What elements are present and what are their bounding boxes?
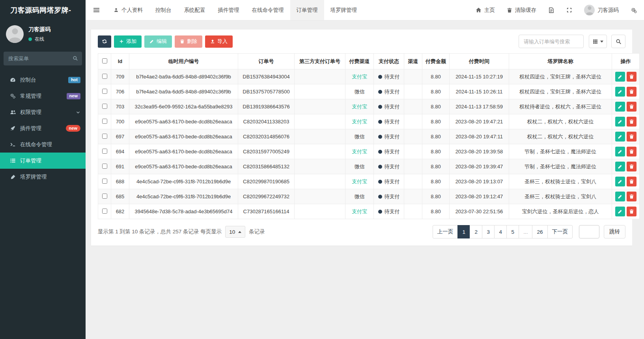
sidebar-item-2[interactable]: 权限管理: [0, 104, 86, 120]
cell-channel: [404, 189, 422, 204]
row-edit-button[interactable]: [615, 117, 625, 127]
pencil-icon: [618, 179, 623, 184]
row-checkbox[interactable]: [102, 134, 107, 139]
row-checkbox[interactable]: [102, 149, 107, 154]
cell-id: 685: [111, 189, 129, 204]
page-1-link[interactable]: 1: [457, 225, 470, 238]
row-checkbox[interactable]: [102, 179, 107, 184]
row-edit-button[interactable]: [615, 102, 625, 112]
row-edit-button[interactable]: [615, 177, 625, 186]
search-button[interactable]: [611, 35, 625, 48]
sidebar-item-5[interactable]: 订单管理: [0, 153, 86, 169]
nav-tab-3[interactable]: 插件管理: [212, 0, 246, 20]
page-size-select[interactable]: 10: [225, 226, 245, 238]
row-delete-button[interactable]: [627, 207, 637, 216]
sidebar-item-4[interactable]: 在线命令管理: [0, 136, 86, 153]
import-button[interactable]: 导入: [205, 35, 233, 48]
trash-icon: [180, 39, 185, 44]
chevron-down-icon: [76, 110, 80, 115]
sidebar-item-label: 插件管理: [20, 125, 41, 132]
column-header: 第三方支付订单号: [295, 54, 345, 69]
column-header: 付费渠道: [345, 54, 374, 69]
row-checkbox[interactable]: [102, 194, 107, 199]
cell-temp-user-no: e9ce0575-aa63-6170-bede-dcd8b26eaaca: [129, 159, 238, 174]
clear-cache-button[interactable]: 清除缓存: [507, 7, 536, 14]
row-edit-button[interactable]: [615, 162, 625, 171]
cell-actions: [612, 69, 640, 84]
page-2-link[interactable]: 2: [470, 225, 482, 238]
navbar-right: 主页 清除缓存 刀客源码: [464, 0, 644, 20]
cell-amount: 8.80: [422, 159, 450, 174]
select-all-checkbox[interactable]: [102, 58, 107, 63]
row-delete-button[interactable]: [627, 132, 637, 142]
settings-gear-icon[interactable]: [631, 7, 637, 13]
row-delete-button[interactable]: [627, 87, 637, 97]
page-2: 2: [470, 225, 482, 238]
refresh-icon: [102, 39, 107, 44]
sidebar-item-label: 权限管理: [20, 109, 41, 116]
row-checkbox[interactable]: [102, 119, 107, 124]
row-delete-button[interactable]: [627, 162, 637, 171]
menu-search-input[interactable]: [4, 52, 82, 65]
cell-pay-status: 待支付: [374, 144, 404, 159]
jump-button[interactable]: 跳转: [604, 225, 625, 238]
page-26-link[interactable]: 26: [532, 225, 547, 238]
refresh-button[interactable]: [98, 35, 111, 48]
cell-channel: [404, 129, 422, 144]
edit-button[interactable]: 编辑: [144, 35, 172, 48]
sidebar-item-3[interactable]: 插件管理new: [0, 120, 86, 136]
row-delete-button[interactable]: [627, 147, 637, 156]
nav-tab-4[interactable]: 在线命令管理: [246, 0, 290, 20]
sidebar-item-6[interactable]: 塔罗牌管理: [0, 169, 86, 185]
row-delete-button[interactable]: [627, 192, 637, 201]
column-header: 塔罗牌名称: [509, 54, 612, 69]
nav-tab-1[interactable]: 控制台: [149, 0, 178, 20]
cell-pay-time: 2024-11-15 10:27:19: [450, 69, 509, 84]
cell-pay-time: 2023-08-20 19:47:21: [450, 114, 509, 129]
jump-page-input[interactable]: [579, 225, 599, 238]
columns-toggle-button[interactable]: [589, 35, 607, 48]
row-checkbox[interactable]: [102, 89, 107, 94]
prev-page-link[interactable]: 上一页: [433, 225, 458, 238]
row-edit-button[interactable]: [615, 207, 625, 216]
cell-pay-channel: 微信: [345, 189, 374, 204]
delete-button[interactable]: 删除: [175, 35, 202, 48]
row-delete-button[interactable]: [627, 177, 637, 186]
row-checkbox[interactable]: [102, 209, 107, 214]
cell-amount: 8.80: [422, 84, 450, 99]
row-edit-button[interactable]: [615, 72, 625, 82]
sidebar-item-label: 常规管理: [20, 93, 41, 100]
nav-tab-5[interactable]: 订单管理: [290, 0, 324, 20]
row-edit-button[interactable]: [615, 87, 625, 97]
sidebar-item-1[interactable]: 常规管理new: [0, 88, 86, 104]
row-checkbox[interactable]: [102, 164, 107, 169]
add-button[interactable]: 添加: [114, 35, 142, 48]
row-checkbox[interactable]: [102, 104, 107, 109]
row-delete-button[interactable]: [627, 102, 637, 112]
home-link[interactable]: 主页: [476, 7, 495, 14]
row-delete-button[interactable]: [627, 72, 637, 82]
page-5-link[interactable]: 5: [506, 225, 519, 238]
sidebar-menu: 控制台hot常规管理new权限管理插件管理new在线命令管理订单管理塔罗牌管理: [0, 72, 86, 185]
row-checkbox[interactable]: [102, 74, 107, 79]
row-delete-button[interactable]: [627, 117, 637, 127]
user-menu[interactable]: 刀客源码: [584, 5, 619, 15]
next-page-link[interactable]: 下一页: [547, 225, 573, 238]
row-edit-button[interactable]: [615, 132, 625, 142]
status-dot-icon: [378, 120, 382, 124]
sidebar-item-0[interactable]: 控制台hot: [0, 72, 86, 88]
cell-actions: [612, 144, 640, 159]
row-edit-button[interactable]: [615, 147, 625, 156]
fullscreen-icon[interactable]: [566, 7, 572, 13]
page-3-link[interactable]: 3: [482, 225, 495, 238]
nav-tab-6[interactable]: 塔罗牌管理: [324, 0, 364, 20]
page-4-link[interactable]: 4: [494, 225, 507, 238]
nav-tab-label: 塔罗牌管理: [330, 7, 357, 14]
nav-tab-2[interactable]: 系统配置: [178, 0, 212, 20]
language-icon[interactable]: [548, 7, 554, 13]
order-search-input[interactable]: [519, 35, 584, 48]
hamburger-menu-icon[interactable]: [86, 0, 107, 20]
nav-tab-0[interactable]: 个人资料: [107, 0, 149, 20]
row-edit-button[interactable]: [615, 192, 625, 201]
cell-actions: [612, 189, 640, 204]
